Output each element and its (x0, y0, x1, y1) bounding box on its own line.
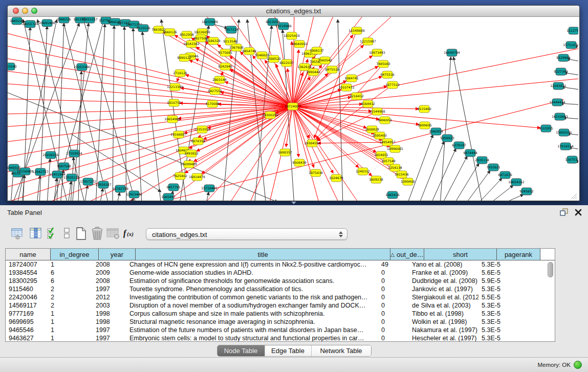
graph-node[interactable]: 1875434 (309, 169, 323, 177)
graph-node[interactable]: 1810755 (167, 99, 181, 106)
table-cell[interactable]: Tibbo et al. (1998) (409, 310, 478, 317)
graph-node[interactable]: 7857224 (224, 26, 238, 33)
close-panel-icon[interactable] (575, 209, 582, 216)
table-cell[interactable]: 2 (48, 286, 93, 293)
table-row[interactable]: 1872400712008Changes of HCN gene express… (6, 260, 555, 269)
column-header-indegree[interactable]: in_degree (51, 249, 99, 260)
table-cell[interactable]: Structural magnetic resonance image aver… (126, 318, 378, 325)
tab-edge-table[interactable]: Edge Table (265, 345, 311, 356)
table-cell[interactable]: 2003 (93, 302, 126, 309)
graph-node[interactable]: 9242848 (218, 63, 232, 70)
graph-node[interactable]: 2803144 (212, 76, 227, 83)
attribute-table[interactable]: namein_degreeyeartitle△out_de…shortpager… (5, 248, 555, 342)
graph-node[interactable]: 1990443 (306, 69, 320, 76)
table-cell[interactable]: Nakamura et al. (1997) (409, 326, 478, 334)
graph-node[interactable]: 12942757 (32, 168, 49, 176)
table-cell[interactable]: 18300295 (6, 277, 48, 285)
rows-icon[interactable] (61, 227, 72, 240)
table-cell[interactable]: 5.9E-5 (478, 277, 519, 285)
table-cell[interactable]: 5.3E-5 (478, 261, 519, 268)
graph-node[interactable]: 2718126 (173, 70, 187, 77)
table-cell[interactable]: 0 (378, 310, 409, 317)
table-cell[interactable]: 2009 (93, 269, 126, 276)
graph-node[interactable]: 8471676 (498, 171, 512, 179)
graph-node[interactable]: 7515526 (136, 25, 150, 32)
graph-node[interactable]: 9474444 (463, 149, 477, 157)
graph-node[interactable]: 10107472 (338, 84, 355, 91)
table-cell[interactable]: 0 (378, 326, 409, 334)
column-header-year[interactable]: year (99, 249, 136, 260)
graph-node[interactable]: 8475518 (325, 66, 339, 73)
table-cell[interactable]: Tourette syndrome. Phenomenology and cla… (126, 286, 378, 293)
table-cell[interactable]: 2008 (93, 261, 126, 268)
table-cell[interactable]: Dudbridge et al. (2008) (409, 277, 478, 285)
table-row[interactable]: 911546021997Tourette syndrome. Phenomeno… (6, 285, 555, 293)
column-header-pagerank[interactable]: pagerank (497, 249, 540, 260)
network-canvas[interactable]: 1872400776638229660126891295418226058982… (8, 17, 578, 201)
table-cell[interactable]: 1998 (93, 318, 126, 325)
graph-node[interactable]: 9457791 (166, 184, 181, 191)
table-cell[interactable]: 5.3E-5 (478, 335, 519, 342)
graph-node[interactable]: 1066226 (57, 17, 71, 23)
table-cell[interactable]: Disruption of a novel member of a sodium… (126, 302, 378, 309)
table-cell[interactable]: 1997 (93, 335, 126, 342)
table-cell[interactable]: 9115460 (6, 286, 48, 293)
column-visibility-icon[interactable] (29, 227, 42, 240)
table-cell[interactable]: Investigating the contribution of common… (126, 294, 378, 301)
table-cell[interactable]: Hescheler et al. (1997) (409, 335, 478, 342)
table-cell[interactable]: 14569117 (6, 302, 48, 309)
graph-node[interactable]: 9245652 (519, 188, 534, 195)
graph-node[interactable]: 9699695 (418, 122, 432, 129)
table-cell[interactable]: 1 (48, 310, 93, 317)
graph-node[interactable]: 9115460 (417, 105, 431, 113)
split-pane-handle[interactable] (291, 202, 296, 204)
table-cell[interactable]: 0 (378, 277, 409, 285)
select-rows-icon[interactable] (46, 227, 58, 240)
graph-node[interactable]: 1024679 (329, 174, 343, 182)
table-cell[interactable]: 6 (48, 277, 93, 285)
graph-node[interactable]: 7560542 (318, 57, 332, 64)
graph-node[interactable]: 1254134 (388, 164, 402, 171)
table-cell[interactable]: 1 (48, 326, 93, 334)
graph-node[interactable]: 7625402 (173, 172, 187, 180)
table-cell[interactable]: 1 (48, 335, 93, 342)
column-header-title[interactable]: title (136, 249, 390, 260)
table-row[interactable]: 969969511998Structural magnetic resonanc… (6, 318, 555, 326)
graph-node[interactable]: 12093871 (550, 82, 567, 90)
table-cell[interactable]: 0 (378, 294, 409, 301)
graph-node[interactable]: 12923446 (126, 191, 142, 198)
table-selector-dropdown[interactable]: citations_edges.txt (146, 228, 347, 240)
graph-node[interactable]: 1099400 (401, 178, 415, 185)
graph-node[interactable]: 1057549 (381, 158, 396, 165)
graph-node[interactable]: 1609238 (369, 176, 383, 183)
table-cell[interactable]: de Silva et al. (2003) (409, 302, 478, 309)
graph-node[interactable]: 2603140 (8, 63, 17, 70)
graph-node[interactable]: 2367608 (229, 44, 244, 51)
graph-node[interactable]: 6379197 (452, 142, 466, 149)
graph-node[interactable]: 16033809 (202, 18, 218, 26)
graph-node[interactable]: 16099489 (181, 161, 197, 168)
network-window[interactable]: citations_edges.txt 18724007766382296601… (7, 5, 580, 201)
graph-node[interactable]: 8496953 (378, 117, 392, 124)
graph-node[interactable]: 9097588 (57, 163, 71, 170)
graph-node[interactable]: 1112753 (567, 27, 578, 34)
graph-node[interactable]: 9175685 (218, 49, 232, 56)
table-cell[interactable]: 1997 (93, 326, 126, 334)
column-header-outde[interactable]: △out_de… (390, 249, 424, 260)
table-cell[interactable]: 0 (378, 286, 409, 293)
graph-node[interactable]: 7932621 (486, 164, 500, 171)
graph-node[interactable]: 11548608 (349, 27, 365, 34)
table-cell[interactable]: 5.5E-5 (478, 294, 519, 301)
table-cell[interactable]: 2008 (93, 277, 126, 285)
graph-node[interactable]: 18325419 (284, 32, 300, 39)
graph-node[interactable]: 10973493 (369, 49, 385, 56)
graph-node[interactable]: 12353554 (194, 126, 210, 133)
graph-node[interactable]: 21053346 (74, 63, 90, 71)
table-settings-icon[interactable]: ⚙ (11, 227, 24, 240)
table-row[interactable]: 946362711997Embryonic stem cells: a mode… (6, 334, 555, 342)
table-cell[interactable]: 5.3E-5 (478, 286, 519, 293)
graph-node[interactable]: 15692071 (556, 129, 572, 136)
graph-node[interactable]: 1248312 (356, 168, 370, 175)
graph-node[interactable]: 12213399 (167, 83, 183, 91)
graph-node[interactable]: 9890122 (177, 54, 191, 61)
